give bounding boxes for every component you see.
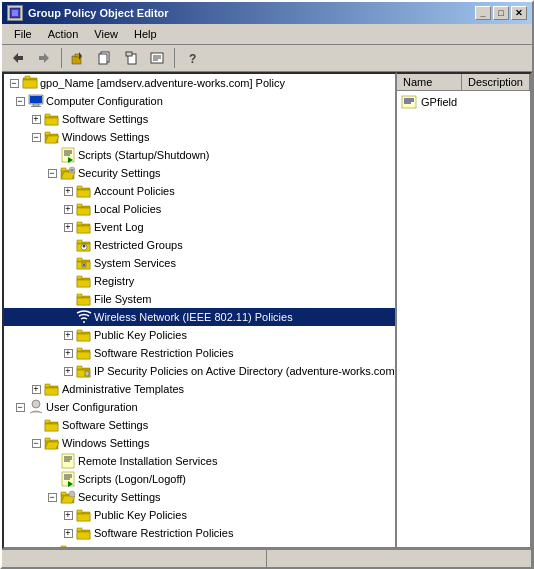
svg-rect-1: [12, 10, 18, 16]
security-settings-computer-expander[interactable]: −: [44, 165, 60, 181]
account-policies-expander[interactable]: +: [60, 183, 76, 199]
admin-templates-computer-icon: [44, 381, 60, 397]
computer-config-expander[interactable]: −: [12, 93, 28, 109]
software-settings-computer-expander[interactable]: +: [28, 111, 44, 127]
user-config-icon: [28, 399, 44, 415]
menu-bar: File Action View Help: [2, 24, 532, 45]
right-pane: Name Description GPfie: [397, 72, 532, 549]
admin-templates-computer-expander[interactable]: +: [28, 381, 44, 397]
svg-rect-28: [45, 132, 50, 135]
software-settings-computer-item[interactable]: + Software Settings: [4, 110, 395, 128]
svg-rect-68: [77, 352, 90, 359]
menu-action[interactable]: Action: [40, 26, 87, 42]
system-services-item[interactable]: System Services: [4, 254, 395, 272]
svg-rect-59: [77, 276, 82, 279]
registry-label: Registry: [94, 275, 134, 287]
remote-installation-icon: [60, 453, 76, 469]
software-restriction-computer-item[interactable]: + Software Restriction Policies: [4, 344, 395, 362]
menu-help[interactable]: Help: [126, 26, 165, 42]
svg-rect-49: [77, 240, 82, 243]
security-settings-user-item[interactable]: − Security Settings: [4, 488, 395, 506]
event-log-expander[interactable]: +: [60, 219, 76, 235]
svg-rect-61: [77, 298, 90, 305]
system-services-label: System Services: [94, 257, 176, 269]
gpfield-icon: [401, 94, 417, 110]
file-system-item[interactable]: File System: [4, 290, 395, 308]
menu-view[interactable]: View: [86, 26, 126, 42]
windows-settings-user-item[interactable]: − Windows Settings: [4, 434, 395, 452]
svg-rect-73: [85, 371, 89, 376]
windows-settings-computer-label: Windows Settings: [62, 131, 149, 143]
local-policies-item[interactable]: + Local Policies: [4, 200, 395, 218]
root-expander[interactable]: −: [6, 75, 22, 91]
scripts-icon: [60, 147, 76, 163]
tree-pane[interactable]: − gpo_Name [amdserv.adventure-works.com]…: [2, 72, 397, 549]
user-config-expander[interactable]: −: [12, 399, 28, 415]
windows-settings-user-expander[interactable]: −: [28, 435, 44, 451]
software-restriction-user-icon: [76, 525, 92, 541]
maximize-button[interactable]: □: [493, 6, 509, 20]
svg-rect-65: [77, 334, 90, 341]
public-key-user-item[interactable]: + Public Key Policies: [4, 506, 395, 524]
registry-item[interactable]: Registry: [4, 272, 395, 290]
computer-config-label: Computer Configuration: [46, 95, 163, 107]
root-label: gpo_Name [amdserv.adventure-works.com] P…: [40, 77, 285, 89]
scripts-startup-item[interactable]: Scripts (Startup/Shutdown): [4, 146, 395, 164]
minimize-button[interactable]: _: [475, 6, 491, 20]
svg-rect-18: [25, 76, 30, 79]
svg-rect-45: [77, 226, 90, 233]
computer-config-item[interactable]: − Computer Configuration: [4, 92, 395, 110]
public-key-computer-item[interactable]: + Public Key Policies: [4, 326, 395, 344]
close-button[interactable]: ✕: [511, 6, 527, 20]
security-settings-computer-item[interactable]: − Security Settings: [4, 164, 395, 182]
windows-settings-computer-expander[interactable]: −: [28, 129, 44, 145]
local-policies-expander[interactable]: +: [60, 201, 76, 217]
folder-redirection-item[interactable]: + Folder Redirection: [4, 542, 395, 549]
toolbar: ?: [2, 45, 532, 72]
ip-security-expander[interactable]: +: [60, 363, 76, 379]
properties-button[interactable]: [145, 47, 169, 69]
paste-button[interactable]: [119, 47, 143, 69]
software-settings-user-item[interactable]: Software Settings: [4, 416, 395, 434]
public-key-computer-expander[interactable]: +: [60, 327, 76, 343]
restricted-groups-label: Restricted Groups: [94, 239, 183, 251]
security-settings-user-label: Security Settings: [78, 491, 161, 503]
wireless-network-item[interactable]: Wireless Network (IEEE 802.11) Policies: [4, 308, 395, 326]
svg-text:?: ?: [189, 52, 196, 65]
admin-templates-computer-label: Administrative Templates: [62, 383, 184, 395]
col-description[interactable]: Description: [462, 74, 530, 90]
user-config-item[interactable]: − User Configuration: [4, 398, 395, 416]
ip-security-label: IP Security Policies on Active Directory…: [94, 365, 397, 377]
windows-settings-computer-item[interactable]: − Windows Settings: [4, 128, 395, 146]
software-restriction-user-item[interactable]: + Software Restriction Policies: [4, 524, 395, 542]
security-settings-user-expander[interactable]: −: [44, 489, 60, 505]
svg-rect-24: [45, 118, 58, 125]
back-button[interactable]: [6, 47, 30, 69]
title-bar-buttons: _ □ ✕: [475, 6, 527, 20]
forward-button[interactable]: [32, 47, 56, 69]
svg-rect-76: [45, 384, 50, 387]
ip-security-item[interactable]: + IP Security Policies on Active Directo…: [4, 362, 395, 380]
event-log-item[interactable]: + Event Log: [4, 218, 395, 236]
security-settings-icon: [60, 165, 76, 181]
remote-installation-item[interactable]: Remote Installation Services: [4, 452, 395, 470]
account-policies-item[interactable]: + Account Policies: [4, 182, 395, 200]
software-restriction-user-expander[interactable]: +: [60, 525, 76, 541]
svg-rect-101: [77, 532, 90, 539]
help-button[interactable]: ?: [180, 47, 204, 69]
col-name[interactable]: Name: [397, 74, 462, 90]
admin-templates-computer-item[interactable]: + Administrative Templates: [4, 380, 395, 398]
folder-up-button[interactable]: [67, 47, 91, 69]
system-services-icon: [76, 255, 92, 271]
svg-rect-46: [77, 222, 82, 225]
menu-file[interactable]: File: [6, 26, 40, 42]
public-key-user-expander[interactable]: +: [60, 507, 76, 523]
scripts-logon-item[interactable]: Scripts (Logon/Logoff): [4, 470, 395, 488]
svg-rect-36: [61, 168, 66, 171]
svg-point-96: [69, 491, 75, 497]
tree-root[interactable]: − gpo_Name [amdserv.adventure-works.com]…: [4, 74, 395, 92]
copy-button[interactable]: [93, 47, 117, 69]
software-restriction-computer-expander[interactable]: +: [60, 345, 76, 361]
right-item-gpfield[interactable]: GPfield: [399, 93, 528, 111]
restricted-groups-item[interactable]: Restricted Groups: [4, 236, 395, 254]
